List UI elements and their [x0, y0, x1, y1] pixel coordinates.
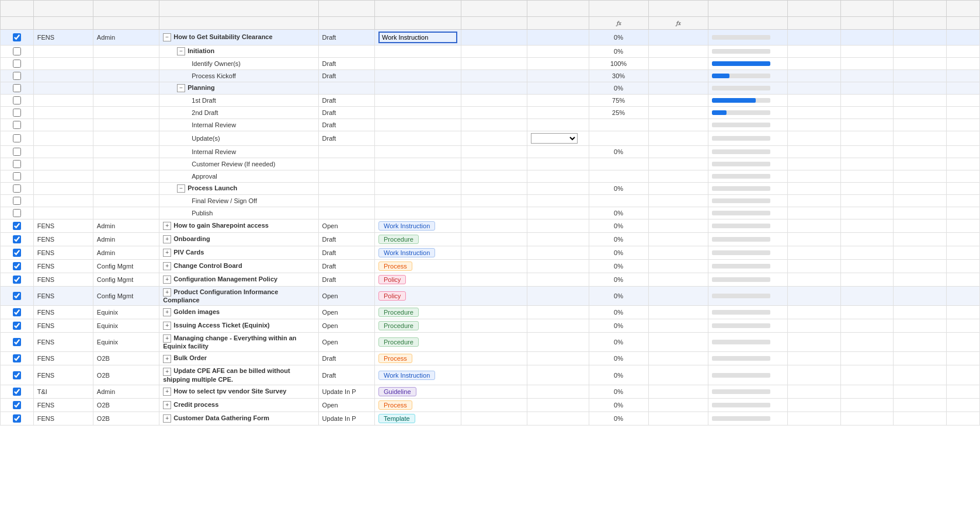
type-cell: Policy [375, 273, 461, 287]
progress-bar [712, 110, 770, 115]
checkbox-cell [1, 170, 34, 183]
checkbox-cell [1, 333, 34, 352]
row-checkbox[interactable] [13, 401, 21, 409]
expand-icon[interactable]: + [163, 322, 171, 330]
type-cell [375, 195, 461, 207]
header-type [375, 1, 461, 17]
expand-icon[interactable]: + [163, 249, 171, 257]
start-date-cell [840, 58, 894, 70]
row-checkbox[interactable] [13, 172, 21, 180]
expand-icon[interactable]: + [163, 368, 171, 376]
row-checkbox[interactable] [13, 235, 21, 243]
checkbox-cell [1, 195, 34, 207]
row-checkbox[interactable] [13, 308, 21, 316]
expand-icon[interactable]: + [163, 262, 171, 270]
wbs-table: 𝑓𝑥 𝑓𝑥 FENSAdmin−How to Get Suitability C… [0, 0, 980, 426]
collapse-icon[interactable]: − [177, 47, 185, 55]
health-cell [787, 183, 840, 195]
process-name: Bulk Order [173, 354, 207, 361]
row-checkbox[interactable] [13, 292, 21, 300]
start-date-cell [840, 287, 894, 306]
assigned-pm-cell [461, 30, 527, 46]
expand-icon[interactable]: + [163, 355, 171, 363]
process-cell: +How to select tpv vendor Site Survey [159, 385, 318, 398]
row-checkbox[interactable] [13, 354, 21, 362]
expand-icon[interactable]: + [163, 235, 171, 243]
table-row: Internal ReviewDraft [1, 119, 980, 131]
subheader-tower [33, 17, 93, 30]
progress-cell [708, 58, 787, 70]
act-cell [947, 333, 980, 352]
start-date-cell [840, 107, 894, 119]
row-checkbox[interactable] [13, 276, 21, 284]
assigned-pm-cell [461, 352, 527, 365]
planned-complete-cell [894, 219, 947, 233]
planned-complete-cell [894, 333, 947, 352]
row-checkbox[interactable] [13, 371, 21, 379]
pct-complete-cell: 0% [589, 260, 648, 273]
expand-icon[interactable]: + [163, 276, 171, 284]
row-checkbox[interactable] [13, 134, 21, 142]
owner-dropdown[interactable] [531, 133, 578, 144]
expand-icon[interactable]: + [163, 222, 171, 230]
type-input[interactable] [382, 34, 454, 41]
status-cell: Open [318, 287, 374, 306]
assigned-pm-cell [461, 70, 527, 82]
health-cell [787, 352, 840, 365]
collapse-icon[interactable]: − [177, 84, 185, 92]
row-checkbox[interactable] [13, 109, 21, 117]
expand-icon[interactable]: + [163, 334, 171, 343]
expand-icon[interactable]: + [163, 288, 171, 297]
sub-process-name: Update(s) [192, 135, 220, 142]
row-checkbox[interactable] [13, 160, 21, 168]
expand-icon[interactable]: − [163, 33, 171, 41]
row-checkbox[interactable] [13, 96, 21, 104]
row-checkbox[interactable] [13, 222, 21, 230]
row-checkbox[interactable] [13, 249, 21, 257]
category-cell [93, 170, 159, 183]
process-name: Configuration Management Policy [173, 276, 277, 283]
progress-cell [708, 207, 787, 219]
row-checkbox[interactable] [13, 148, 21, 156]
health-cell [787, 95, 840, 107]
checkbox-cell [1, 46, 34, 58]
process-name: Product Configuration Informance Complia… [163, 288, 278, 304]
header-assigned-pm [461, 1, 527, 17]
row-checkbox[interactable] [13, 60, 21, 68]
row-checkbox[interactable] [13, 262, 21, 270]
row-checkbox[interactable] [13, 84, 21, 92]
table-row: 1st DraftDraft75% [1, 95, 980, 107]
row-checkbox[interactable] [13, 414, 21, 423]
assigned-pm-cell [461, 333, 527, 352]
expand-icon[interactable]: + [163, 401, 171, 409]
checkbox-cell [1, 146, 34, 158]
row-checkbox[interactable] [13, 72, 21, 80]
row-checkbox[interactable] [13, 33, 21, 41]
status-cell: Draft [318, 233, 374, 246]
main-table-container[interactable]: 𝑓𝑥 𝑓𝑥 FENSAdmin−How to Get Suitability C… [0, 0, 980, 523]
progress-cell [708, 70, 787, 82]
row-checkbox[interactable] [13, 47, 21, 55]
row-checkbox[interactable] [13, 388, 21, 396]
pct-complete-value: 0% [614, 222, 623, 229]
expand-icon[interactable]: + [163, 388, 171, 396]
table-row: FENSO2B+Credit processOpenProcess0% [1, 398, 980, 412]
process-name: Credit process [173, 401, 218, 408]
act-cell [947, 287, 980, 306]
row-checkbox[interactable] [13, 322, 21, 330]
health-cell [787, 170, 840, 183]
row-checkbox[interactable] [13, 184, 21, 193]
progress-cell [708, 398, 787, 412]
category-cell: Equinix [93, 306, 159, 319]
act-cell [947, 146, 980, 158]
collapse-icon[interactable]: − [177, 184, 185, 193]
row-checkbox[interactable] [13, 121, 21, 129]
header-planned [894, 1, 947, 17]
expand-icon[interactable]: + [163, 308, 171, 316]
row-checkbox[interactable] [13, 197, 21, 205]
category-cell [93, 46, 159, 58]
row-checkbox[interactable] [13, 209, 21, 217]
row-checkbox[interactable] [13, 338, 21, 346]
expand-icon[interactable]: + [163, 414, 171, 423]
owner-cell [527, 183, 589, 195]
